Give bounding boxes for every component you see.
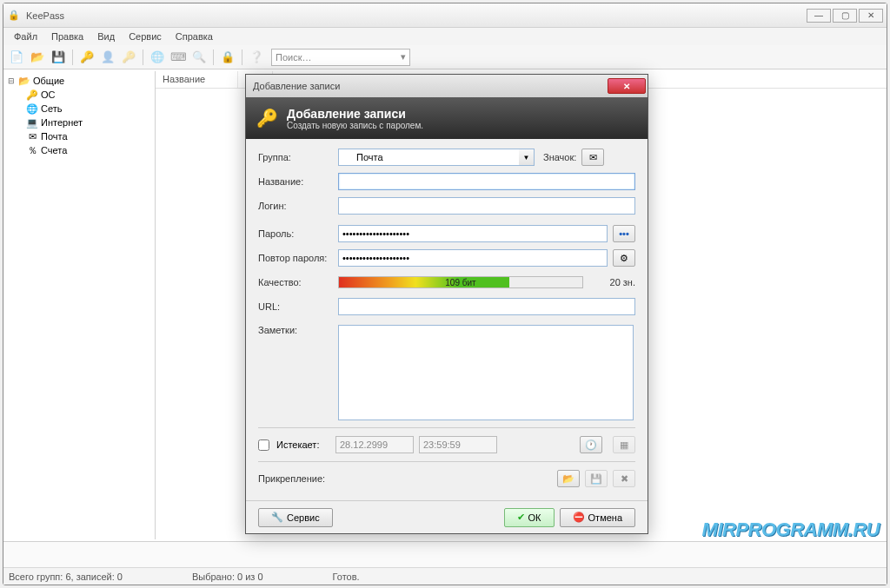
tools-button[interactable]: 🔧 Сервис: [258, 508, 333, 527]
login-field[interactable]: [338, 197, 635, 215]
find-icon: 🔍: [189, 48, 209, 67]
dialog-window-title: Добавление записи: [253, 81, 608, 91]
dropdown-icon[interactable]: ▾: [401, 51, 406, 63]
dialog-header-subtitle: Создать новую запись с паролем.: [287, 121, 423, 130]
globe-icon: 🌐: [25, 103, 39, 115]
group-field[interactable]: [338, 149, 519, 166]
dialog-header-title: Добавление записи: [287, 107, 423, 121]
dialog-body: Группа: ▼ Значок: ✉ Название: Логин: Пар…: [246, 139, 648, 502]
dialog-titlebar[interactable]: Добавление записи ✕: [246, 75, 648, 97]
label-repeat: Повтор пароля:: [258, 253, 338, 263]
statusbar: Всего групп: 6, записей: 0 Выбрано: 0 из…: [3, 567, 887, 585]
menu-tools[interactable]: Сервис: [123, 30, 167, 43]
url-field[interactable]: [338, 298, 635, 315]
toolbar: 📄 📂 💾 🔑 👤 🔑 🌐 ⌨ 🔍 🔒 ❔ Поиск… ▾: [3, 45, 887, 69]
search-input[interactable]: Поиск… ▾: [271, 49, 410, 66]
autotype-icon: ⌨: [169, 48, 188, 67]
menubar: Файл Правка Вид Сервис Справка: [3, 28, 887, 45]
expire-preset-button[interactable]: 🕐: [580, 436, 602, 453]
chevron-down-icon[interactable]: ▼: [519, 149, 535, 166]
icon-picker-button[interactable]: ✉: [581, 149, 604, 166]
collapse-icon[interactable]: ⊟: [8, 76, 17, 85]
titlebar: 🔒 KeePass — ▢ ✕: [3, 3, 887, 28]
cancel-button[interactable]: ⛔ Отмена: [560, 508, 635, 527]
search-placeholder: Поиск…: [276, 52, 311, 63]
tree-panel: ⊟ 📂 Общие 🔑ОС 🌐Сеть 💻Интернет ✉Почта ％Сч…: [3, 71, 156, 539]
check-icon: ✔: [517, 512, 525, 523]
group-combo[interactable]: ▼: [338, 149, 535, 166]
label-icon: Значок:: [543, 152, 576, 162]
password-field[interactable]: [338, 225, 608, 242]
tree-item-label: Счета: [41, 145, 67, 155]
tree-root-label: Общие: [33, 76, 64, 86]
tree-item-label: Почта: [41, 131, 68, 142]
show-password-button[interactable]: •••: [613, 225, 635, 242]
generate-password-button[interactable]: ⚙: [613, 249, 635, 267]
ok-label: ОК: [528, 512, 541, 523]
tree-item-mail[interactable]: ✉Почта: [25, 129, 152, 143]
status-ready: Готов.: [333, 571, 360, 582]
expire-time-field[interactable]: [419, 436, 497, 453]
tree-item-internet[interactable]: 💻Интернет: [25, 116, 152, 129]
mail-icon: ✉: [25, 131, 39, 142]
attach-save-button[interactable]: 💾: [585, 470, 608, 487]
menu-view[interactable]: Вид: [92, 30, 120, 43]
ok-button[interactable]: ✔ ОК: [504, 508, 555, 527]
percent-icon: ％: [25, 144, 39, 157]
tree-root[interactable]: ⊟ 📂 Общие: [6, 74, 152, 88]
tree-item-label: Интернет: [41, 117, 83, 128]
new-db-icon[interactable]: 📄: [7, 48, 26, 67]
menu-file[interactable]: Файл: [9, 30, 43, 43]
title-field[interactable]: [338, 173, 635, 190]
tree-item-net[interactable]: 🌐Сеть: [25, 102, 152, 116]
notes-field[interactable]: [338, 325, 634, 420]
cancel-label: Отмена: [588, 512, 622, 523]
tree-children: 🔑ОС 🌐Сеть 💻Интернет ✉Почта ％Счета: [6, 88, 152, 157]
label-password: Пароль:: [258, 228, 338, 239]
quality-bar: 109 бит: [338, 276, 583, 288]
add-entry-dialog: Добавление записи ✕ 🔑 Добавление записи …: [245, 74, 648, 534]
app-icon: 🔒: [7, 9, 21, 23]
detail-panel: [3, 541, 887, 567]
menu-edit[interactable]: Правка: [46, 30, 89, 43]
status-selected: Выбрано: 0 из 0: [192, 571, 263, 582]
close-window-button[interactable]: ✕: [859, 9, 883, 23]
label-login: Логин:: [258, 201, 338, 211]
lock-icon[interactable]: 🔒: [218, 48, 237, 67]
open-db-icon[interactable]: 📂: [28, 48, 47, 67]
col-title[interactable]: Название: [156, 71, 238, 88]
attach-open-button[interactable]: 📂: [557, 470, 580, 487]
tools-label: Сервис: [287, 512, 320, 523]
label-notes: Заметки:: [258, 325, 338, 335]
dialog-footer: 🔧 Сервис ✔ ОК ⛔ Отмена: [246, 500, 648, 533]
add-entry-icon[interactable]: 🔑: [77, 48, 96, 67]
tree-item-os[interactable]: 🔑ОС: [25, 88, 152, 102]
expires-checkbox[interactable]: [258, 439, 269, 451]
save-db-icon[interactable]: 💾: [49, 48, 68, 67]
copy-user-icon: 👤: [98, 48, 117, 67]
repeat-password-field[interactable]: [338, 249, 608, 267]
maximize-button[interactable]: ▢: [833, 9, 857, 23]
tree-item-accounts[interactable]: ％Счета: [25, 143, 152, 157]
help-icon[interactable]: ❔: [247, 48, 266, 67]
expire-date-field[interactable]: [335, 436, 414, 453]
divider2: [258, 461, 635, 462]
label-group: Группа:: [258, 152, 338, 162]
dialog-close-button[interactable]: ✕: [608, 78, 646, 94]
attach-delete-button[interactable]: ✖: [613, 470, 635, 487]
tree-item-label: Сеть: [41, 103, 62, 114]
monitor-icon: 💻: [25, 117, 39, 129]
toolbar-sep4: [242, 50, 242, 65]
expire-extra-button[interactable]: ▦: [613, 436, 635, 453]
menu-help[interactable]: Справка: [170, 30, 218, 43]
toolbar-sep2: [143, 50, 143, 65]
minimize-button[interactable]: —: [807, 9, 831, 23]
divider: [258, 427, 635, 428]
status-groups: Всего групп: 6, записей: 0: [9, 571, 123, 582]
dialog-header: 🔑 Добавление записи Создать новую запись…: [246, 97, 648, 139]
label-title: Название:: [258, 176, 338, 187]
cancel-icon: ⛔: [573, 512, 585, 523]
quality-bits: 109 бит: [339, 277, 582, 287]
label-expires: Истекает:: [276, 439, 330, 450]
url-icon: 🌐: [148, 48, 167, 67]
